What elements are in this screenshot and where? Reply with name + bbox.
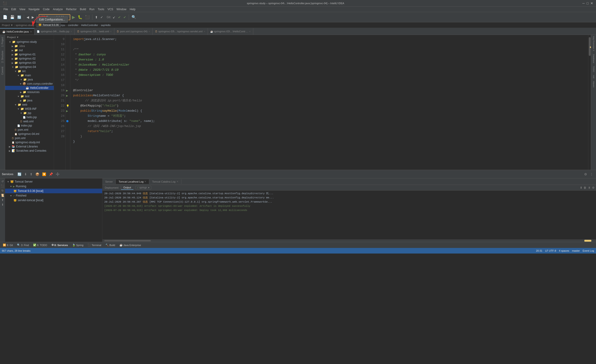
commit-panel-btn[interactable]: Commit: [0, 65, 4, 77]
services-pin-btn[interactable]: 📌: [48, 172, 54, 176]
code-editor[interactable]: import java.util.Scanner; /** * @author …: [70, 35, 588, 170]
services-filter-btn[interactable]: 🔽: [41, 172, 47, 176]
menu-navigate[interactable]: Navigate: [27, 7, 41, 11]
tree-item-scratches[interactable]: ▶ 📝 Scratches and Consoles: [5, 149, 54, 153]
status-branch[interactable]: master: [572, 249, 580, 252]
new-file-btn[interactable]: 📄: [2, 14, 8, 20]
breadcrumb-controller[interactable]: controller: [68, 24, 78, 27]
todo-right-btn[interactable]: TODO: [592, 65, 596, 74]
editor-scrollbar[interactable]: [588, 35, 591, 170]
git-push-btn[interactable]: ✔: [117, 15, 122, 20]
services-expand-btn[interactable]: ⬇: [23, 172, 28, 176]
status-encoding[interactable]: LF UTF-8: [545, 249, 556, 252]
services-add-btn[interactable]: ➕: [55, 172, 60, 176]
debug-btn[interactable]: 🐛: [77, 14, 83, 20]
menu-help[interactable]: Help: [128, 7, 137, 11]
tab-hello-jsp[interactable]: 📄 springmvc-04\…\hello.jsp ✕: [34, 28, 75, 35]
tab-web-xml[interactable]: 🗒 springmvc-03\…\web.xml ✕: [75, 28, 114, 35]
search-everywhere-btn[interactable]: 🔍: [131, 14, 137, 20]
java-enterprise-btn[interactable]: ☕ Java Enterprise: [118, 243, 143, 247]
tree-item-springmvc01[interactable]: ▶ 📁 springmvc-01: [5, 52, 54, 57]
menu-window[interactable]: Window: [115, 7, 128, 11]
tree-item-idea[interactable]: ▶ 📁 .idea: [5, 44, 54, 48]
tree-item-indexjsp[interactable]: 📄 index.jsp: [5, 124, 54, 128]
menu-build[interactable]: Build: [78, 7, 88, 11]
back-btn[interactable]: ◀: [26, 15, 30, 20]
stop-btn[interactable]: ⬛: [84, 14, 90, 20]
menu-run[interactable]: Run: [88, 7, 96, 11]
menu-analyze[interactable]: Analyze: [51, 7, 65, 11]
srv-servlet-tomcat[interactable]: 🐱 servlet-tomcat [local]: [5, 198, 102, 203]
minimize-btn[interactable]: ─: [582, 1, 585, 5]
vcs-update-btn[interactable]: ⬆: [94, 15, 99, 20]
todo-btn[interactable]: ✅ 6: TODO: [31, 243, 49, 247]
close-tab-icon-6[interactable]: ✕: [249, 30, 251, 33]
key-promoter-btn[interactable]: Key Promoter X: [592, 35, 596, 53]
tree-item-pom-xml-s04[interactable]: 🗒 pom.xml: [5, 128, 54, 132]
git-btn[interactable]: 🔀 9: Git: [1, 243, 15, 247]
edit-config-label[interactable]: Edit Configurations...: [39, 18, 65, 21]
close-tab-icon-2[interactable]: ✕: [70, 30, 72, 33]
project-crumb[interactable]: Project ▼: [2, 24, 13, 27]
srv-tab-catalina-log[interactable]: Tomcat Catalina Log ✕: [149, 179, 181, 184]
srv-tab-localhost-log[interactable]: Tomcat Localhost Log ✕: [116, 179, 149, 184]
log-horizontal-scrollbar[interactable]: [103, 240, 596, 242]
database-btn[interactable]: Database: [592, 53, 596, 65]
spring-btn[interactable]: 🍃 Spring: [70, 243, 85, 247]
maximize-btn[interactable]: □: [587, 1, 589, 5]
tree-item-test[interactable]: ▼ 📁 test: [5, 94, 54, 98]
close-tab-icon-4[interactable]: ✕: [148, 30, 150, 33]
tab-springmvc-hellocontroller[interactable]: ☕ springmvc-03\…\HelloContr… ✕: [208, 28, 253, 35]
close-btn[interactable]: ✕: [590, 1, 593, 5]
breadcrumb-hellocontroller[interactable]: HelloController: [81, 24, 98, 27]
tree-item-ext-libs[interactable]: ▶ 📚 External Libraries: [5, 145, 54, 149]
close-catalina-log-icon[interactable]: ✕: [177, 180, 178, 183]
structure-panel-btn[interactable]: 2: Structure: [0, 49, 4, 65]
menu-file[interactable]: File: [2, 7, 9, 11]
log-pause-btn[interactable]: ⏸: [587, 186, 591, 190]
tree-item-java[interactable]: ▼ 📁 java: [5, 77, 54, 82]
tree-item-pom-root[interactable]: 🗒 pom.xml: [5, 136, 54, 140]
ant-btn[interactable]: Ant: [592, 74, 596, 80]
log-scroll-end-btn[interactable]: ⬇: [580, 186, 583, 190]
tree-item-hellocontroller[interactable]: ☕ HelloController: [5, 86, 54, 90]
tree-item-jsp-folder[interactable]: ▼ 📁 jsp: [5, 111, 54, 115]
menu-tools[interactable]: Tools: [96, 7, 106, 11]
menu-edit[interactable]: Edit: [9, 7, 18, 11]
srv-tab-server[interactable]: Server: [103, 179, 116, 184]
menu-view[interactable]: View: [18, 7, 27, 11]
tree-item-main[interactable]: ▼ 📁 main: [5, 73, 54, 77]
event-log-btn[interactable]: Event Log: [582, 249, 594, 252]
services-collapse-btn[interactable]: ⬆: [29, 172, 34, 176]
editor-content[interactable]: 9 10 11 12 13 14 15 16 17 18 19 20 21 22…: [54, 35, 591, 170]
services-btn[interactable]: ⚙ 8: Services: [50, 243, 70, 247]
tree-item-iml-root[interactable]: 📋 springmvc-study.iml: [5, 140, 54, 145]
srv-rerun-btn[interactable]: ↺: [1, 179, 4, 183]
srv-restart-btn[interactable]: ↻: [1, 189, 4, 193]
sync-btn[interactable]: 🔄: [16, 15, 22, 20]
status-position[interactable]: 20:31: [536, 249, 543, 252]
srv-tomcat-server[interactable]: ▼ 🐱 Tomcat Server: [5, 179, 102, 184]
find-btn[interactable]: 🔍 3: Find: [15, 243, 31, 247]
tree-item-hello-jsp[interactable]: 📄 hello.jsp: [5, 115, 54, 119]
services-group-btn[interactable]: 📦: [34, 172, 40, 176]
subtab-output[interactable]: Output: [121, 186, 134, 190]
srv-up-btn[interactable]: ⬆: [1, 198, 4, 202]
project-panel-btn[interactable]: 1: Project: [0, 35, 4, 49]
close-tab-icon-3[interactable]: ✕: [110, 30, 112, 33]
tab-hellocontroller[interactable]: ☕ HelloController.java ✕: [0, 28, 34, 35]
log-clear-btn[interactable]: 🗑: [583, 186, 587, 190]
srv-stop-btn[interactable]: ⬛: [0, 184, 5, 188]
tree-item-resources[interactable]: ▶ 📁 resources: [5, 90, 54, 94]
log-scrollbar-thumb[interactable]: [104, 240, 151, 241]
tree-item-springmvc02[interactable]: ▶ 📁 springmvc-02: [5, 57, 54, 61]
log-output[interactable]: 20-Jul-2020 20:56:44.949 信息 [Catalina-ut…: [103, 190, 596, 240]
git-fetch-btn[interactable]: ↙: [112, 15, 116, 20]
tree-item-out[interactable]: ▶ 📁 out: [5, 48, 54, 52]
tree-item-springmvc03[interactable]: ▶ 📁 springmvc-03: [5, 61, 54, 65]
tree-item-package[interactable]: ▼ 📦 com.cunyu.controller: [5, 82, 54, 86]
vcs-commit-btn[interactable]: ✓: [99, 15, 104, 20]
forward-btn[interactable]: ▶: [31, 15, 35, 20]
srv-finished-group[interactable]: ▼ ✓ Finished: [5, 193, 102, 198]
tree-item-iml-s04[interactable]: 📋 springmvc-04.iml: [5, 132, 54, 136]
